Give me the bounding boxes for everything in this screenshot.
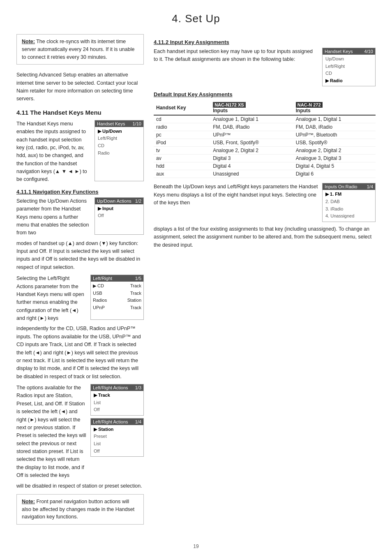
table-cell-n172: Digital 4: [210, 162, 293, 170]
table-cell-n272: Analogue 3, Digital 3: [293, 155, 376, 162]
left-column: Note: The clock re-syncs with its intern…: [16, 34, 144, 531]
section-411-title: 4.11 The Handset Keys Menu: [16, 109, 144, 116]
lra2-item-3: List: [93, 440, 141, 448]
lr-widget-page: 1/5: [135, 276, 141, 281]
table-cell-n272: UPnP™, Bluetooth: [293, 131, 376, 139]
page-number: 19: [16, 543, 376, 549]
table-title: Default Input Key Assignments: [154, 91, 376, 97]
table-cell-n272: Analogue 2, Digital 2: [293, 147, 376, 155]
table-col3-header: NAC-N 272 Inputs: [293, 101, 376, 115]
table-cell-key: tv: [154, 147, 210, 155]
section-4112-intro: Each handset input selection key may hav…: [154, 48, 318, 64]
note-text-1: The clock re-syncs with its internet tim…: [22, 39, 134, 60]
table-cell-key: av: [154, 155, 210, 162]
lr-actions-1-widget: Left/Right Actions 1/3 ▶ Track List Off: [90, 384, 144, 416]
lr-row2-left: USB: [93, 290, 102, 297]
section-4111-para4: independently for the CD, USB, Radios an…: [16, 325, 144, 381]
table-cell-n272: Analogue 1, Digital 1: [293, 115, 376, 123]
note-label-1: Note:: [22, 39, 35, 44]
table-cell-n172: FM, DAB, iRadio: [210, 123, 293, 131]
note-label-2: Note:: [22, 499, 35, 504]
lra1-item-1: ▶ Track: [93, 392, 141, 399]
section-4112-title: 4.11.2 Input Key Assignments: [154, 39, 376, 45]
hk1-item-1: ▶ Up/Down: [97, 128, 141, 135]
ior-item-4: 4. Unassigned: [325, 213, 373, 220]
handset-keys-widget-2: Handset Keys 4/10 Up/Down Left/Right CD …: [322, 48, 376, 86]
section-4111-lr-text: Selecting the Left/Right Actions paramet…: [16, 275, 86, 322]
hk-widget1-label: Handset Keys: [97, 121, 125, 126]
handset-keys-widget-1: Handset Keys 1/10 ▶ Up/Down Left/Right C…: [95, 120, 144, 181]
table-row: iPod USB, Front, Spotify® USB, Spotify®: [154, 139, 376, 147]
table-col1-header: Handset Key: [154, 101, 210, 115]
table-row: cd Analogue 1, Digital 1 Analogue 1, Dig…: [154, 115, 376, 123]
lr-row1-right: Track: [130, 282, 141, 290]
updown-item-1: ▶ Input: [97, 205, 141, 213]
ior-label: Inputs On:Radio: [325, 184, 357, 189]
input-assignments-table: Handset Key NAC-N172 XS Inputs NAC-N 272…: [154, 101, 376, 178]
table-col3-subheader: Inputs: [296, 108, 311, 113]
lra2-label: Left/Right Actions: [93, 419, 128, 424]
inputs-on-radio-widget: Inputs On:Radio 1/4 ▶ 1. FM 2. DAB 3. iR…: [322, 183, 376, 222]
table-row: pc UPnP™ UPnP™, Bluetooth: [154, 131, 376, 139]
note-box-1: Note: The clock re-syncs with its intern…: [16, 34, 144, 65]
lr-row-3: Radios Station: [93, 297, 141, 304]
lra2-item-4: Off: [93, 448, 141, 455]
lr-actions-2-widget: Left/Right Actions 1/4 ▶ Station Preset …: [90, 418, 144, 457]
table-cell-n172: USB, Front, Spotify®: [210, 139, 293, 147]
section-4112-para-below: Beneath the Up/Down keys and Left/Right …: [154, 183, 318, 207]
table-row: hdd Digital 4 Digital 4, Digital 5: [154, 162, 376, 170]
updown-item-2: Off: [97, 212, 141, 220]
table-cell-key: aux: [154, 170, 210, 178]
table-row: av Digital 3 Analogue 3, Digital 3: [154, 155, 376, 162]
ior-item-3: 3. iRadio: [325, 206, 373, 213]
table-cell-n272: Digital 6: [293, 170, 376, 178]
table-cell-n272: USB, Spotify®: [293, 139, 376, 147]
table-col2-subheader: Inputs: [213, 108, 228, 113]
lra2-page: 1/4: [135, 419, 141, 424]
updown-widget-label: Up/Down Actions: [97, 199, 131, 204]
hk2-item-1: Up/Down: [325, 56, 373, 63]
section-4112-para-final: displays a list of the four existing ass…: [154, 225, 376, 249]
lr-row-1: ▶ CD Track: [93, 282, 141, 290]
table-cell-key: iPod: [154, 139, 210, 147]
radios-options-text: The options available for the Radios inp…: [16, 384, 86, 480]
section-4111-title: 4.11.1 Navigation Key Functions: [16, 189, 144, 195]
note-text-2: Front panel navigation button actions wi…: [22, 499, 134, 520]
hk2-item-3: CD: [325, 70, 373, 77]
para-advanced-setup: Selecting Advanced Setup enables an alte…: [16, 71, 144, 103]
lra2-item-2: Preset: [93, 433, 141, 440]
hk2-label: Handset Keys: [325, 49, 353, 54]
table-cell-key: radio: [154, 123, 210, 131]
lra2-item-1: ▶ Station: [93, 426, 141, 433]
hk2-page: 4/10: [364, 49, 373, 54]
table-row: tv Analogue 2, Digital 2 Analogue 2, Dig…: [154, 147, 376, 155]
lra1-page: 1/3: [135, 385, 141, 390]
ior-item-2: 2. DAB: [325, 198, 373, 206]
table-col2-header: NAC-N172 XS Inputs: [210, 101, 293, 115]
section-4111-para2: modes of handset up (▲) and down (▼) key…: [16, 240, 144, 272]
section-411-text: The Handset Keys menu enables the inputs…: [16, 120, 90, 184]
lr-widget-label: Left/Right: [93, 276, 112, 281]
ior-page: 1/4: [367, 184, 373, 189]
table-cell-key: hdd: [154, 162, 210, 170]
hk1-item-4: Radio: [97, 150, 141, 157]
page-title: 4. Set Up: [16, 12, 376, 25]
lra1-item-3: Off: [93, 406, 141, 414]
lr-row4-right: Track: [130, 304, 141, 312]
section-4111-intro-text: Selecting the Up/Down Actions parameter …: [16, 197, 90, 237]
table-cell-n272: FM, DAB, iRadio: [293, 123, 376, 131]
lr-row4-left: UPnP: [93, 304, 105, 312]
lra1-item-2: List: [93, 399, 141, 407]
table-row: aux Unassigned Digital 6: [154, 170, 376, 178]
table-cell-n172: Digital 3: [210, 155, 293, 162]
lr-row-4: UPnP Track: [93, 304, 141, 312]
hk2-item-2: Left/Right: [325, 63, 373, 70]
lr-row3-right: Station: [127, 297, 141, 304]
hk-widget1-page: 1/10: [133, 121, 141, 126]
table-cell-n272: Digital 4, Digital 5: [293, 162, 376, 170]
leftright-widget: Left/Right 1/5 ▶ CD Track USB Track Radi…: [90, 275, 144, 320]
updown-actions-widget: Up/Down Actions 1/2 ▶ Input Off: [95, 197, 144, 235]
hk2-item-4: ▶ Radio: [325, 77, 373, 85]
hk1-item-3: CD: [97, 142, 141, 150]
lr-row1-left: ▶ CD: [93, 282, 104, 290]
